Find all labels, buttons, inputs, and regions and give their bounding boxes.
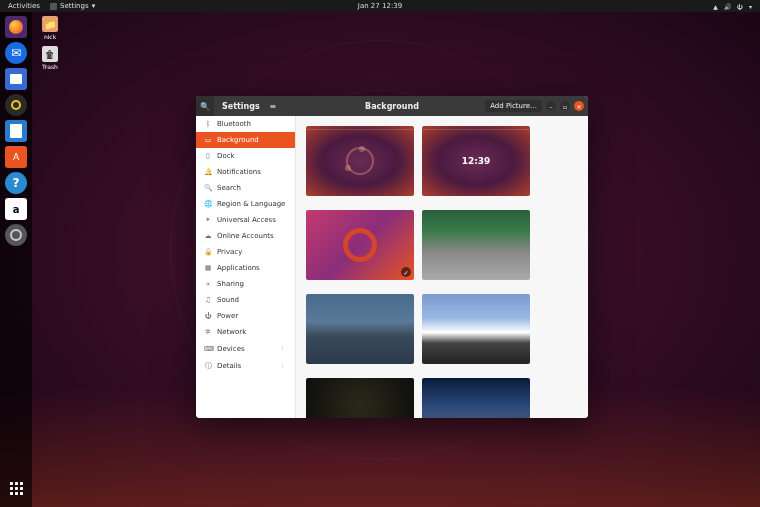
app-menu-label: Settings xyxy=(60,2,89,10)
settings-window: 🔍 Settings ≡ Background Add Picture… – ▫… xyxy=(196,96,588,418)
sidebar-item-icon: ᛒ xyxy=(204,120,212,128)
chevron-down-icon: ▾ xyxy=(92,2,96,10)
dock-icon-help[interactable]: ? xyxy=(5,172,27,194)
dock-icon-show-apps[interactable] xyxy=(5,477,27,499)
background-content: 12:39 ✓ xyxy=(296,116,588,418)
desktop-icon-home[interactable]: 📁 nick xyxy=(38,16,62,40)
sidebar-item-power[interactable]: ⏻Power xyxy=(196,308,295,324)
folder-icon: 📁 xyxy=(42,16,58,32)
sidebar-item-icon: ☁ xyxy=(204,232,212,240)
sidebar-item-icon: ✲ xyxy=(204,328,212,336)
settings-sidebar: ᛒBluetooth▭Background▯Dock🔔Notifications… xyxy=(196,116,296,418)
dock-icon-files[interactable] xyxy=(5,68,27,90)
sidebar-item-bluetooth[interactable]: ᛒBluetooth xyxy=(196,116,295,132)
dock-icon-thunderbird[interactable]: ✉ xyxy=(5,42,27,64)
sidebar-item-icon: ⏻ xyxy=(204,312,212,320)
chevron-right-icon: 〉 xyxy=(281,344,287,353)
minimize-button[interactable]: – xyxy=(546,101,556,111)
clock[interactable]: Jan 27 12:39 xyxy=(358,2,402,10)
sidebar-item-label: Online Accounts xyxy=(217,232,274,240)
header-section-title: Background xyxy=(365,102,419,111)
sidebar-item-region-language[interactable]: 🌐Region & Language xyxy=(196,196,295,212)
sidebar-item-label: Universal Access xyxy=(217,216,276,224)
sidebar-item-icon: 🔒 xyxy=(204,248,212,256)
dock-icon-rhythmbox[interactable] xyxy=(5,94,27,116)
sidebar-item-icon: 🔍 xyxy=(204,184,212,192)
add-picture-button[interactable]: Add Picture… xyxy=(485,100,542,112)
sidebar-item-search[interactable]: 🔍Search xyxy=(196,180,295,196)
sidebar-item-icon: ▯ xyxy=(204,152,212,160)
search-button[interactable]: 🔍 xyxy=(196,96,214,116)
sidebar-item-icon: 🔔 xyxy=(204,168,212,176)
sidebar-item-icon: ▭ xyxy=(204,136,212,144)
sidebar-item-privacy[interactable]: 🔒Privacy xyxy=(196,244,295,260)
window-header: 🔍 Settings ≡ Background Add Picture… – ▫… xyxy=(196,96,588,116)
check-icon: ✓ xyxy=(401,267,411,277)
sidebar-item-icon: ∝ xyxy=(204,280,212,288)
dock-icon-settings[interactable] xyxy=(5,224,27,246)
sidebar-item-label: Search xyxy=(217,184,241,192)
sidebar-item-icon: ▦ xyxy=(204,264,212,272)
app-menu[interactable]: Settings ▾ xyxy=(50,2,95,10)
sidebar-item-applications[interactable]: ▦Applications xyxy=(196,260,295,276)
wallpaper-thumb[interactable] xyxy=(306,294,414,364)
window-title: Settings xyxy=(222,102,260,111)
hamburger-icon: ≡ xyxy=(269,102,276,111)
activities-button[interactable]: Activities xyxy=(8,2,40,10)
sidebar-item-notifications[interactable]: 🔔Notifications xyxy=(196,164,295,180)
dock-icon-firefox[interactable] xyxy=(5,16,27,38)
wallpaper-thumb[interactable] xyxy=(422,210,530,280)
sidebar-item-label: Network xyxy=(217,328,246,336)
top-bar: Activities Settings ▾ Jan 27 12:39 ▲ 🔊 ⏻… xyxy=(0,0,760,12)
sidebar-item-label: Sharing xyxy=(217,280,244,288)
current-lockscreen-thumb[interactable]: 12:39 xyxy=(422,126,530,196)
sidebar-item-icon: ⌨ xyxy=(204,345,212,353)
sidebar-item-icon: ⓘ xyxy=(204,361,212,371)
desktop-icon-trash[interactable]: 🗑 Trash xyxy=(38,46,62,70)
gear-icon xyxy=(50,3,57,10)
dock-icon-amazon[interactable]: a xyxy=(5,198,27,220)
hamburger-button[interactable]: ≡ xyxy=(264,96,282,116)
sidebar-item-icon: ♫ xyxy=(204,296,212,304)
sidebar-item-sharing[interactable]: ∝Sharing xyxy=(196,276,295,292)
volume-icon: 🔊 xyxy=(724,3,731,10)
wallpaper-thumb[interactable] xyxy=(306,378,414,418)
sidebar-item-network[interactable]: ✲Network xyxy=(196,324,295,340)
sidebar-item-icon: ✴ xyxy=(204,216,212,224)
sidebar-item-details[interactable]: ⓘDetails〉 xyxy=(196,357,295,375)
dock: ✉ A ? a xyxy=(0,12,32,507)
sidebar-item-dock[interactable]: ▯Dock xyxy=(196,148,295,164)
network-icon: ▲ xyxy=(713,3,718,10)
trash-icon: 🗑 xyxy=(42,46,58,62)
sidebar-item-background[interactable]: ▭Background xyxy=(196,132,295,148)
wallpaper-thumb[interactable]: ✓ xyxy=(306,210,414,280)
sidebar-item-label: Bluetooth xyxy=(217,120,251,128)
sidebar-item-label: Devices xyxy=(217,345,245,353)
close-button[interactable]: ✕ xyxy=(574,101,584,111)
sidebar-item-devices[interactable]: ⌨Devices〉 xyxy=(196,340,295,357)
search-icon: 🔍 xyxy=(200,102,210,111)
dock-icon-software[interactable]: A xyxy=(5,146,27,168)
sidebar-item-label: Privacy xyxy=(217,248,242,256)
sidebar-item-universal-access[interactable]: ✴Universal Access xyxy=(196,212,295,228)
sidebar-item-label: Dock xyxy=(217,152,235,160)
sidebar-item-label: Power xyxy=(217,312,238,320)
wallpaper-thumb[interactable] xyxy=(422,378,530,418)
sidebar-item-label: Details xyxy=(217,362,241,370)
maximize-button[interactable]: ▫ xyxy=(560,101,570,111)
chevron-down-icon: ▾ xyxy=(749,3,752,10)
sidebar-item-icon: 🌐 xyxy=(204,200,212,208)
sidebar-item-label: Background xyxy=(217,136,259,144)
dock-icon-writer[interactable] xyxy=(5,120,27,142)
sidebar-item-sound[interactable]: ♫Sound xyxy=(196,292,295,308)
sidebar-item-label: Region & Language xyxy=(217,200,285,208)
lock-time: 12:39 xyxy=(462,156,491,166)
sidebar-item-label: Sound xyxy=(217,296,239,304)
desktop-icon-label: nick xyxy=(44,33,56,40)
system-tray[interactable]: ▲ 🔊 ⏻ ▾ xyxy=(713,3,752,10)
sidebar-item-online-accounts[interactable]: ☁Online Accounts xyxy=(196,228,295,244)
wallpaper-thumb[interactable] xyxy=(422,294,530,364)
current-background-thumb[interactable] xyxy=(306,126,414,196)
power-icon: ⏻ xyxy=(737,3,743,10)
sidebar-item-label: Applications xyxy=(217,264,260,272)
